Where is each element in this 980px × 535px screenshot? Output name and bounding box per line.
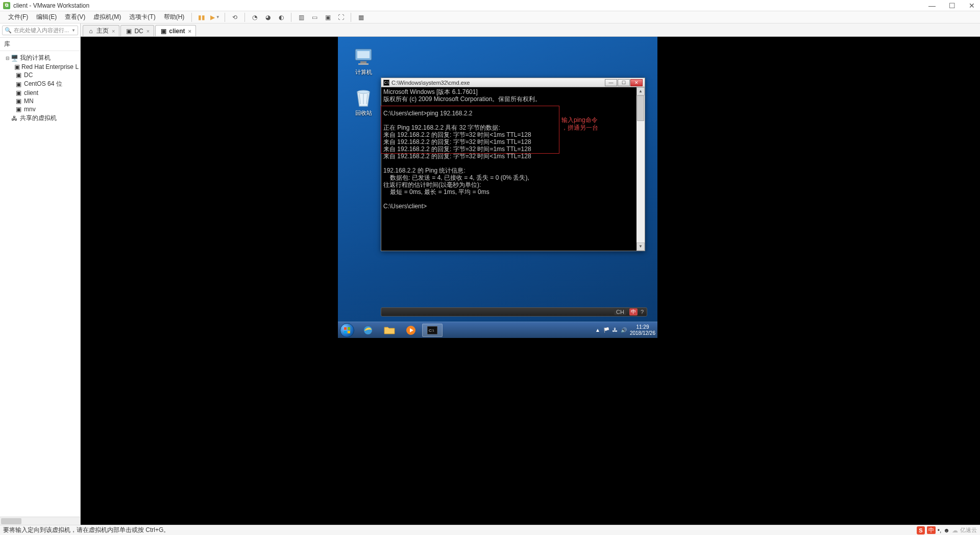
menu-tabs[interactable]: 选项卡(T): [125, 13, 159, 21]
toolbar-fullscreen-icon[interactable]: ⛶: [335, 12, 347, 22]
toolbar-unity-icon[interactable]: ▣: [322, 12, 333, 22]
host-ime-badge[interactable]: S: [917, 526, 925, 534]
sidebar-search-input[interactable]: 🔍 在此处键入内容进行... ▼: [2, 26, 78, 35]
guest-taskbar[interactable]: C:\ ▲ 🏳️ 🖧 🔊 11:29 2018/12/26: [338, 322, 657, 338]
ime-help-icon[interactable]: ?: [641, 309, 644, 315]
svg-rect-8: [344, 331, 347, 333]
menu-vm[interactable]: 虚拟机(M): [89, 13, 125, 21]
play-dropdown[interactable]: ▶▼: [209, 12, 220, 22]
content-area: ⌂ 主页 × ▣ DC × ▣ client ×: [81, 23, 980, 525]
tree-item-centos[interactable]: ▣CentOS 64 位: [0, 79, 80, 89]
ime-lang-badge[interactable]: CH: [614, 309, 626, 315]
toolbar-layout-1-icon[interactable]: ▥: [296, 12, 307, 22]
scroll-up-icon[interactable]: ▲: [636, 87, 645, 95]
maximize-button[interactable]: ☐: [947, 2, 958, 10]
toolbar-snapshot-icon[interactable]: ◔: [249, 12, 260, 22]
host-ime-mode[interactable]: 中: [927, 526, 936, 534]
svg-text:C:\: C:\: [429, 328, 434, 333]
tree-item-mn[interactable]: ▣MN: [0, 97, 80, 105]
window-controls: — ☐ ✕: [926, 2, 977, 10]
computer-icon: 🖥️: [10, 55, 18, 62]
vm-viewport[interactable]: 计算机 回收站 C:\ C:\Windows\system32\cmd.exe …: [81, 37, 980, 525]
svg-rect-1: [357, 51, 370, 58]
cmd-close-button[interactable]: ✕: [630, 79, 643, 86]
vmware-app-icon: ⧉: [3, 2, 10, 9]
tree-shared-vms[interactable]: 🖧 共享的虚拟机: [0, 113, 80, 123]
scroll-down-icon[interactable]: ▼: [636, 242, 645, 251]
cmd-body[interactable]: Microsoft Windows [版本 6.1.7601] 版权所有 (c)…: [381, 87, 645, 251]
window-title: client - VMware Workstation: [13, 2, 89, 9]
cmd-minimize-button[interactable]: —: [605, 79, 617, 86]
guest-clock[interactable]: 11:29 2018/12/26: [630, 324, 655, 336]
vm-icon: ▣: [160, 28, 167, 35]
menu-help[interactable]: 帮助(H): [160, 13, 189, 21]
brand-label: 亿速云: [960, 526, 977, 534]
toolbar-library-icon[interactable]: ▦: [355, 12, 366, 22]
search-icon: 🔍: [5, 27, 12, 34]
sidebar-horizontal-scrollbar[interactable]: [0, 517, 80, 525]
pause-button[interactable]: ▮▮: [196, 12, 207, 22]
vm-icon: ▣: [14, 89, 22, 96]
toolbar-revert-icon[interactable]: ◐: [276, 12, 287, 22]
computer-icon: [353, 47, 374, 67]
cmd-maximize-button[interactable]: ☐: [618, 79, 630, 86]
status-text: 要将输入定向到该虚拟机，请在虚拟机内部单击或按 Ctrl+G。: [3, 526, 169, 534]
guest-desktop[interactable]: 计算机 回收站 C:\ C:\Windows\system32\cmd.exe …: [338, 37, 657, 338]
tree-root-label: 我的计算机: [20, 54, 51, 62]
statusbar: 要将输入定向到该虚拟机，请在虚拟机内部单击或按 Ctrl+G。 S 中 •, ☻…: [0, 525, 980, 535]
guest-system-tray[interactable]: ▲ 🏳️ 🖧 🔊 11:29 2018/12/26: [595, 324, 655, 336]
menu-view[interactable]: 查看(V): [61, 13, 89, 21]
taskbar-cmd-icon[interactable]: C:\: [422, 324, 443, 337]
library-label: 库: [0, 38, 80, 51]
desktop-icon-computer[interactable]: 计算机: [348, 47, 379, 76]
taskbar-mediaplayer-icon[interactable]: [401, 324, 421, 337]
tab-close-icon[interactable]: ×: [146, 28, 150, 34]
toolbar-icon-1[interactable]: ⟲: [229, 12, 240, 22]
tree-root-mycomputer[interactable]: ⊟ 🖥️ 我的计算机: [0, 53, 80, 63]
ime-mode-badge[interactable]: 中: [629, 308, 638, 315]
toolbar-snapshot-manager-icon[interactable]: ◕: [262, 12, 274, 22]
tree-item-dc[interactable]: ▣DC: [0, 71, 80, 79]
host-ime-punct-icon[interactable]: •,: [938, 527, 942, 534]
host-ime-emoji-icon[interactable]: ☻: [943, 527, 950, 534]
expand-icon[interactable]: ⊟: [5, 56, 10, 61]
home-icon: ⌂: [87, 28, 94, 35]
cmd-window[interactable]: C:\ C:\Windows\system32\cmd.exe — ☐ ✕ Mi…: [381, 78, 645, 251]
tree-item-rhel[interactable]: ▣Red Hat Enterprise L: [0, 63, 80, 71]
tab-client[interactable]: ▣ client ×: [155, 25, 196, 36]
desktop-icon-recycle-bin[interactable]: 回收站: [348, 88, 379, 117]
tray-flag-icon[interactable]: ▲: [595, 327, 600, 333]
tree-item-client[interactable]: ▣client: [0, 89, 80, 97]
menubar: 文件(F) 编辑(E) 查看(V) 虚拟机(M) 选项卡(T) 帮助(H) ▮▮…: [0, 11, 980, 23]
recycle-bin-icon: [353, 88, 374, 108]
tab-close-icon[interactable]: ×: [188, 28, 191, 34]
vm-icon: ▣: [14, 71, 22, 79]
cmd-titlebar[interactable]: C:\ C:\Windows\system32\cmd.exe — ☐ ✕: [381, 78, 645, 87]
tab-dc[interactable]: ▣ DC ×: [120, 25, 154, 36]
scroll-thumb[interactable]: [637, 95, 644, 121]
search-dropdown-icon[interactable]: ▼: [71, 28, 76, 33]
taskbar-explorer-icon[interactable]: [379, 324, 400, 337]
menu-file[interactable]: 文件(F): [4, 13, 32, 21]
minimize-button[interactable]: —: [926, 2, 938, 10]
taskbar-ie-icon[interactable]: [358, 324, 378, 337]
cmd-icon: C:\: [383, 80, 389, 86]
menu-edit[interactable]: 编辑(E): [32, 13, 61, 21]
cmd-scrollbar[interactable]: ▲▼: [636, 87, 645, 251]
tree-item-mnv[interactable]: ▣mnv: [0, 105, 80, 113]
guest-input-language-bar[interactable]: CH 中 ?: [381, 307, 647, 317]
cmd-output: Microsoft Windows [版本 6.1.7601] 版权所有 (c)…: [383, 88, 541, 210]
start-button[interactable]: [340, 323, 354, 337]
toolbar-layout-2-icon[interactable]: ▭: [309, 12, 320, 22]
tab-home[interactable]: ⌂ 主页 ×: [83, 25, 119, 36]
tray-volume-icon[interactable]: 🔊: [621, 327, 627, 333]
close-button[interactable]: ✕: [967, 2, 977, 10]
tab-close-icon[interactable]: ×: [112, 28, 115, 34]
vm-icon: ▣: [14, 106, 22, 113]
tray-action-center-icon[interactable]: 🏳️: [603, 327, 609, 333]
titlebar: ⧉ client - VMware Workstation — ☐ ✕: [0, 0, 980, 11]
shared-icon: 🖧: [10, 115, 18, 122]
svg-point-4: [357, 90, 370, 93]
svg-rect-9: [348, 331, 350, 333]
tray-network-icon[interactable]: 🖧: [612, 327, 618, 333]
